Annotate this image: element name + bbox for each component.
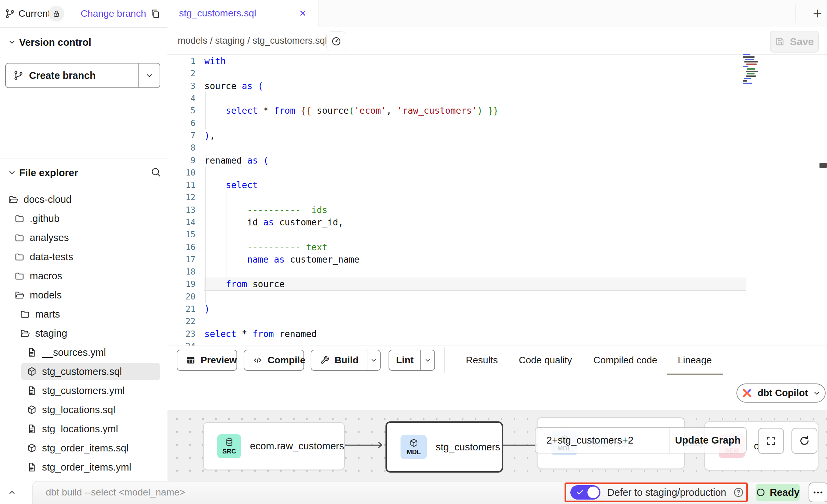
chevron-down-icon xyxy=(145,71,153,80)
code-line-5[interactable]: 5 select * from {{ source('ecom', 'raw_c… xyxy=(167,104,827,117)
line-number: 21 xyxy=(167,304,204,314)
code-line-3[interactable]: 3source as ( xyxy=(167,80,827,92)
create-branch-dropdown[interactable] xyxy=(138,64,160,87)
version-control-chevron-icon[interactable] xyxy=(8,38,16,46)
line-number: 15 xyxy=(167,230,204,239)
code-line-1[interactable]: 1with xyxy=(167,55,827,67)
refresh-icon xyxy=(798,435,811,447)
update-graph-button[interactable]: Update Graph xyxy=(669,428,746,453)
save-button[interactable]: Save xyxy=(770,31,819,53)
tree-item-data-tests[interactable]: data-tests xyxy=(0,247,167,266)
dbt-copilot-button[interactable]: dbt Copilot xyxy=(736,383,826,403)
defer-toggle[interactable] xyxy=(570,485,600,500)
code-line-12[interactable]: 12 xyxy=(167,191,827,204)
navigate-icon[interactable] xyxy=(326,31,346,51)
code-line-18[interactable]: 18 xyxy=(167,266,827,278)
copy-icon[interactable] xyxy=(150,8,161,19)
model-icon xyxy=(27,443,37,453)
compile-button[interactable]: Compile xyxy=(244,350,304,371)
code-editor[interactable]: 1with23source as (45 select * from {{ so… xyxy=(167,55,827,346)
tree-item-stg_locations.yml[interactable]: stg_locations.yml xyxy=(0,419,167,438)
code-line-14[interactable]: 14 id as customer_id, xyxy=(167,216,827,228)
line-number: 2 xyxy=(167,69,204,78)
code-line-17[interactable]: 17 name as customer_name xyxy=(167,253,827,266)
change-branch-link[interactable]: Change branch xyxy=(81,0,146,27)
tree-item-label: stg_order_items.sql xyxy=(42,443,128,454)
tree-item-.github[interactable]: .github xyxy=(0,209,167,228)
build-button[interactable]: Build xyxy=(311,350,381,371)
more-options-button[interactable]: ••• xyxy=(809,482,827,502)
lineage-canvas[interactable]: SRC ecom.raw_customers MDL stg_customers… xyxy=(167,410,827,481)
refresh-button[interactable] xyxy=(791,428,817,454)
tree-item-analyses[interactable]: analyses xyxy=(0,228,167,247)
tree-item-marts[interactable]: marts xyxy=(0,305,167,324)
code-line-22[interactable]: 22 xyxy=(167,315,827,327)
tree-item-models[interactable]: models xyxy=(0,285,167,305)
code-line-21[interactable]: 21) xyxy=(167,303,827,315)
build-dropdown[interactable] xyxy=(367,350,380,370)
tree-item-stg_order_items.sql[interactable]: stg_order_items.sql xyxy=(0,438,167,458)
code-line-2[interactable]: 2 xyxy=(167,67,827,80)
tab-stg-customers-sql[interactable]: stg_customers.sql ✕ xyxy=(167,0,319,27)
code-line-11[interactable]: 11 select xyxy=(167,179,827,191)
new-tab-button[interactable]: + xyxy=(808,0,827,27)
code-line-9[interactable]: 9renamed as ( xyxy=(167,154,827,166)
preview-button[interactable]: Preview xyxy=(177,350,237,371)
folder-icon xyxy=(14,271,25,281)
lineage-node-ecom-raw-customers[interactable]: SRC ecom.raw_customers xyxy=(203,422,345,470)
line-number: 9 xyxy=(167,156,204,165)
lint-button[interactable]: Lint xyxy=(389,350,435,371)
editor-scroll-track xyxy=(819,55,819,346)
line-number: 10 xyxy=(167,168,204,178)
defer-label: Defer to staging/production xyxy=(607,487,726,498)
code-text: ---------- ids xyxy=(204,205,327,215)
line-number: 12 xyxy=(167,193,204,202)
code-line-24[interactable]: 24 xyxy=(167,340,827,346)
folder-icon xyxy=(14,252,25,262)
model-icon xyxy=(27,366,37,377)
code-line-10[interactable]: 10 xyxy=(167,167,827,179)
code-icon xyxy=(253,355,263,365)
tree-item-__sources.yml[interactable]: __sources.yml xyxy=(0,343,167,362)
folder-open-icon xyxy=(14,290,25,300)
code-line-13[interactable]: 13 ---------- ids xyxy=(167,204,827,216)
lineage-selector-input[interactable]: 2+stg_customers+2 xyxy=(535,428,669,453)
code-line-19[interactable]: 19 from source xyxy=(167,278,827,290)
code-line-7[interactable]: 7), xyxy=(167,129,827,142)
tree-item-label: stg_locations.sql xyxy=(42,404,115,416)
code-line-20[interactable]: 20 xyxy=(167,291,827,303)
tree-item-stg_locations.sql[interactable]: stg_locations.sql xyxy=(0,400,167,419)
create-branch-button[interactable]: Create branch xyxy=(5,63,160,88)
code-line-4[interactable]: 4 xyxy=(167,92,827,104)
search-icon[interactable] xyxy=(150,167,161,178)
editor-minimap[interactable] xyxy=(743,54,763,88)
close-icon[interactable]: ✕ xyxy=(299,0,307,27)
lineage-node-stg-customers[interactable]: MDL stg_customers xyxy=(385,421,503,473)
tree-item-docs-cloud[interactable]: docs-cloud xyxy=(0,190,167,209)
tab-compiled-code[interactable]: Compiled code xyxy=(594,346,657,375)
tab-results[interactable]: Results xyxy=(466,346,498,375)
folder-open-icon xyxy=(8,194,18,205)
toolbar-divider xyxy=(444,347,445,373)
code-line-16[interactable]: 16 ---------- text xyxy=(167,241,827,253)
build-label: Build xyxy=(335,355,358,366)
tab-bar-divider xyxy=(795,4,796,23)
help-icon[interactable] xyxy=(733,487,744,498)
code-line-23[interactable]: 23select * from renamed xyxy=(167,328,827,340)
lint-dropdown[interactable] xyxy=(420,350,434,370)
floppy-icon xyxy=(775,37,785,47)
code-line-6[interactable]: 6 xyxy=(167,117,827,129)
tree-item-stg_customers.yml[interactable]: stg_customers.yml xyxy=(0,381,167,400)
file-explorer-chevron-icon[interactable] xyxy=(8,168,16,177)
tree-item-stg_customers.sql[interactable]: stg_customers.sql xyxy=(0,362,167,381)
tab-code-quality[interactable]: Code quality xyxy=(519,346,572,375)
fullscreen-button[interactable] xyxy=(758,428,784,454)
tab-lineage[interactable]: Lineage xyxy=(678,346,712,375)
editor-scrollbar-thumb[interactable] xyxy=(819,163,827,168)
code-line-15[interactable]: 15 xyxy=(167,228,827,241)
code-line-8[interactable]: 8 xyxy=(167,142,827,154)
tree-item-macros[interactable]: macros xyxy=(0,266,167,285)
chevron-up-icon[interactable] xyxy=(7,487,17,498)
tree-item-staging[interactable]: staging xyxy=(0,324,167,343)
tree-item-stg_order_items.yml[interactable]: stg_order_items.yml xyxy=(0,458,167,477)
